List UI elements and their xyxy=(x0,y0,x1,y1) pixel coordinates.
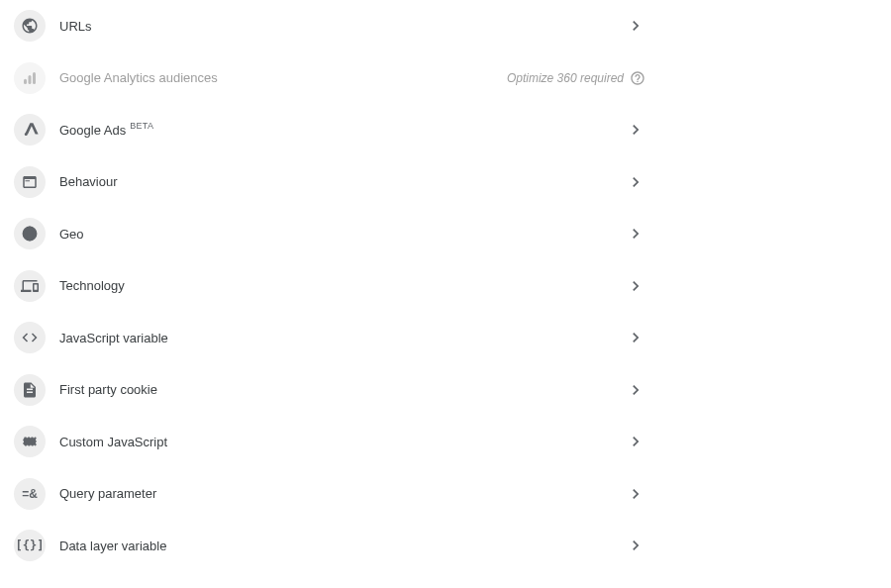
row-right xyxy=(626,276,645,296)
code-icon xyxy=(14,322,46,353)
label: Query parameter xyxy=(59,486,626,501)
item-behaviour[interactable]: Behaviour xyxy=(0,156,891,209)
item-ga-audiences: Google Analytics audiences Optimize 360 … xyxy=(0,52,891,105)
brackets-icon: [{}] xyxy=(14,530,46,561)
chevron-right-icon xyxy=(626,432,645,451)
ticket-icon xyxy=(14,426,46,457)
row-right xyxy=(626,224,645,244)
svg-rect-6 xyxy=(24,439,36,446)
item-cookie[interactable]: First party cookie xyxy=(0,364,891,417)
label: URLs xyxy=(59,19,626,34)
svg-rect-2 xyxy=(33,72,36,84)
globe-lines-icon xyxy=(14,218,46,249)
item-query-param[interactable]: =& Query parameter xyxy=(0,468,891,521)
item-js-variable[interactable]: JavaScript variable xyxy=(0,312,891,364)
chevron-right-icon xyxy=(626,380,645,400)
row-right xyxy=(626,484,645,504)
svg-rect-1 xyxy=(29,75,32,84)
label: Data layer variable xyxy=(59,539,626,553)
label: Technology xyxy=(59,278,626,293)
label: Custom JavaScript xyxy=(59,435,626,449)
item-urls[interactable]: URLs xyxy=(0,0,891,52)
help-icon[interactable] xyxy=(630,70,645,86)
item-google-ads[interactable]: Google Ads BETA xyxy=(0,104,891,156)
label: First party cookie xyxy=(59,382,626,397)
label: Google Ads BETA xyxy=(59,123,626,138)
webpage-icon xyxy=(14,166,46,198)
row-right xyxy=(626,432,645,451)
devices-icon xyxy=(14,270,46,302)
equals-amp-icon: =& xyxy=(14,478,46,510)
chevron-right-icon xyxy=(626,16,645,36)
beta-badge: BETA xyxy=(130,121,153,131)
row-right xyxy=(626,172,645,192)
chevron-right-icon xyxy=(626,172,645,192)
ads-icon xyxy=(14,114,46,146)
globe-icon xyxy=(14,10,46,42)
row-right: Optimize 360 required xyxy=(507,70,645,86)
row-right xyxy=(626,120,645,140)
item-technology[interactable]: Technology xyxy=(0,260,891,313)
targeting-list: URLs Google Analytics audiences Optimize… xyxy=(0,0,891,572)
meta-text: Optimize 360 required xyxy=(507,71,624,85)
row-right xyxy=(626,380,645,400)
chevron-right-icon xyxy=(626,224,645,244)
svg-rect-0 xyxy=(24,79,27,84)
item-geo[interactable]: Geo xyxy=(0,208,891,260)
label: Google Analytics audiences xyxy=(59,70,507,85)
row-right xyxy=(626,16,645,36)
row-right xyxy=(626,536,645,555)
chevron-right-icon xyxy=(626,484,645,504)
label: Geo xyxy=(59,227,626,242)
label: Behaviour xyxy=(59,174,626,189)
chevron-right-icon xyxy=(626,536,645,555)
analytics-icon xyxy=(14,62,46,94)
chevron-right-icon xyxy=(626,276,645,296)
item-data-layer[interactable]: [{}] Data layer variable xyxy=(0,520,891,572)
item-custom-js[interactable]: Custom JavaScript xyxy=(0,416,891,468)
label: JavaScript variable xyxy=(59,331,626,345)
chevron-right-icon xyxy=(626,120,645,140)
row-right xyxy=(626,328,645,347)
chevron-right-icon xyxy=(626,328,645,347)
file-icon xyxy=(14,374,46,406)
